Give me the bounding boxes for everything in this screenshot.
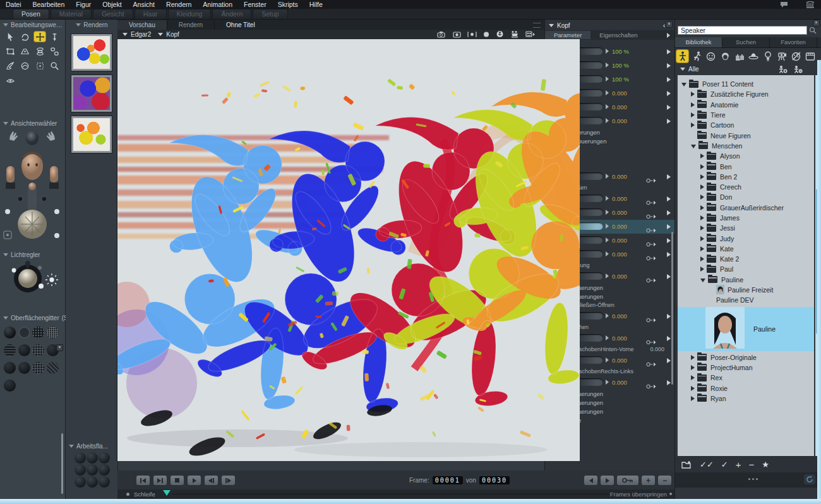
- menu-item-ansicht[interactable]: Ansicht: [128, 0, 160, 9]
- swap-figure-icon[interactable]: [793, 65, 803, 73]
- dial-value[interactable]: 0.000: [612, 237, 627, 244]
- library-search-input[interactable]: [678, 26, 807, 35]
- workspace-header[interactable]: Arbeitsfla...: [66, 441, 117, 451]
- step-back-button[interactable]: [205, 476, 218, 485]
- expand-arrow-icon[interactable]: [700, 236, 704, 241]
- workspace-dots-grid[interactable]: [75, 452, 117, 488]
- step-forward-button[interactable]: [222, 476, 235, 485]
- display-style-smooth-lined[interactable]: [32, 362, 44, 374]
- expand-arrow-icon[interactable]: [691, 365, 695, 370]
- actor-collapse-icon[interactable]: [549, 24, 554, 27]
- library-tab-bibliothek[interactable]: Bibliothek: [675, 37, 722, 47]
- add-to-library-icon[interactable]: +: [736, 459, 741, 470]
- surface-grid-header[interactable]: Oberflächengitter (S: [0, 313, 65, 323]
- dial-menu-icon[interactable]: [667, 238, 671, 243]
- prev-actor-button[interactable]: ‹: [663, 21, 666, 29]
- keyframe-icon[interactable]: [646, 358, 656, 369]
- display-style-flat-lined[interactable]: [4, 362, 16, 374]
- library-tab-suchen[interactable]: Suchen: [722, 37, 770, 47]
- room-tab-haar[interactable]: Haar: [135, 9, 167, 19]
- rotate-tool[interactable]: [20, 32, 31, 42]
- expand-arrow-icon[interactable]: [700, 153, 704, 159]
- dial-menu-icon[interactable]: [667, 49, 671, 54]
- group-camera-icon[interactable]: [510, 30, 520, 39]
- dial-menu-icon[interactable]: [667, 252, 671, 257]
- next-keyframe-button[interactable]: [601, 476, 614, 485]
- dial-value[interactable]: 0.000: [612, 251, 627, 258]
- params-collapse-button[interactable]: [666, 21, 673, 28]
- dial-menu-icon[interactable]: [667, 174, 671, 179]
- dial-value[interactable]: 0.000: [612, 313, 627, 320]
- dial-menu-icon[interactable]: [667, 224, 671, 229]
- editing-tools-header[interactable]: Bearbeitungswerkz...: [0, 20, 65, 30]
- figure-dropdown[interactable]: Edgar2: [131, 31, 151, 38]
- scale-tool[interactable]: [5, 46, 16, 56]
- actor-dropdown[interactable]: Kopf: [166, 31, 179, 38]
- room-tab-material[interactable]: Material: [51, 9, 92, 19]
- library-category-cameras-icon[interactable]: [776, 50, 788, 63]
- total-frames-field[interactable]: 00030: [479, 476, 510, 484]
- tree-item-menschen[interactable]: Menschen: [678, 141, 814, 151]
- light-control-widget[interactable]: [4, 260, 65, 301]
- camera-list-icon[interactable]: [525, 30, 536, 39]
- expand-arrow-icon[interactable]: [691, 123, 695, 128]
- display-style-wireframe[interactable]: [32, 344, 44, 356]
- expand-arrow-icon[interactable]: [700, 246, 704, 251]
- tree-item-kate[interactable]: Kate: [678, 244, 814, 254]
- leftpanel-collapse-button[interactable]: [56, 344, 63, 351]
- dial-value[interactable]: 0.000: [612, 104, 627, 111]
- posing-camera-icon[interactable]: [496, 30, 504, 39]
- favorite-star-icon[interactable]: ★: [762, 460, 769, 469]
- library-category-scenes-icon[interactable]: [805, 50, 817, 63]
- aux-camera-icon[interactable]: [452, 31, 462, 39]
- dial-value[interactable]: 0.000: [612, 90, 627, 97]
- tree-item-neue-figuren[interactable]: Neue Figuren: [678, 130, 814, 140]
- loop-indicator-dot[interactable]: [126, 493, 129, 496]
- library-category-lights-icon[interactable]: [762, 50, 774, 63]
- go-to-end-button[interactable]: [153, 476, 167, 485]
- dial-menu-icon[interactable]: [667, 314, 671, 319]
- dial-value[interactable]: 0.000: [612, 117, 627, 124]
- tree-item-james[interactable]: James: [678, 213, 814, 223]
- light-controls-header[interactable]: Lichtregler: [0, 249, 65, 260]
- remove-from-library-icon[interactable]: −: [748, 459, 754, 470]
- dial-menu-icon[interactable]: [667, 91, 671, 96]
- dial-value[interactable]: 100 %: [612, 76, 629, 83]
- tree-item-ben[interactable]: Ben: [678, 161, 814, 171]
- go-to-start-button[interactable]: [136, 476, 150, 485]
- expand-arrow-icon[interactable]: [700, 205, 704, 210]
- grouping-tool[interactable]: [34, 61, 45, 71]
- dial-value[interactable]: 0.000: [612, 173, 627, 180]
- display-style-silhouette[interactable]: [4, 327, 16, 339]
- expand-arrow-icon[interactable]: [700, 195, 704, 200]
- apply-all-icon[interactable]: ✓✓: [700, 460, 714, 469]
- library-category-poses-icon[interactable]: [691, 50, 703, 63]
- tab-eigenschaften[interactable]: Eigenschaften: [590, 31, 646, 39]
- camera-view-selector-widget[interactable]: [1, 129, 65, 246]
- room-tab-setup[interactable]: Setup: [253, 9, 287, 19]
- view-magnifier-tool[interactable]: [49, 61, 60, 71]
- morph-tool[interactable]: [5, 61, 16, 71]
- collapse-arrow-icon[interactable]: [681, 83, 686, 87]
- dolly-camera-icon[interactable]: [482, 31, 490, 39]
- main-camera-icon[interactable]: [437, 31, 446, 39]
- tree-item-pauline[interactable]: Pauline: [678, 275, 814, 285]
- tree-item-tiere[interactable]: Tiere: [678, 110, 814, 120]
- display-style-dense-dots[interactable]: [47, 327, 59, 339]
- tree-item-poser-11-content[interactable]: Poser 11 Content: [678, 79, 814, 89]
- expand-arrow-icon[interactable]: [691, 102, 695, 107]
- library-category-expressions-icon[interactable]: [705, 50, 717, 63]
- actor-dropdown-icon[interactable]: [158, 33, 163, 36]
- edit-keyframes-button[interactable]: [617, 476, 638, 485]
- library-filter-label[interactable]: Alle: [688, 66, 699, 73]
- keyframe-icon[interactable]: [646, 174, 656, 186]
- face-camera-icon[interactable]: [467, 31, 477, 39]
- delete-keyframe-button[interactable]: −: [658, 476, 671, 485]
- more-options-icon[interactable]: [748, 478, 760, 480]
- render-thumbnail-2[interactable]: [71, 75, 112, 112]
- surface-grid-scrollbar[interactable]: [61, 433, 63, 494]
- menu-item-skripts[interactable]: Skripts: [272, 0, 304, 9]
- expand-arrow-icon[interactable]: [691, 92, 695, 97]
- dial-value[interactable]: 100 %: [612, 48, 629, 55]
- collapse-arrow-icon[interactable]: [700, 279, 705, 282]
